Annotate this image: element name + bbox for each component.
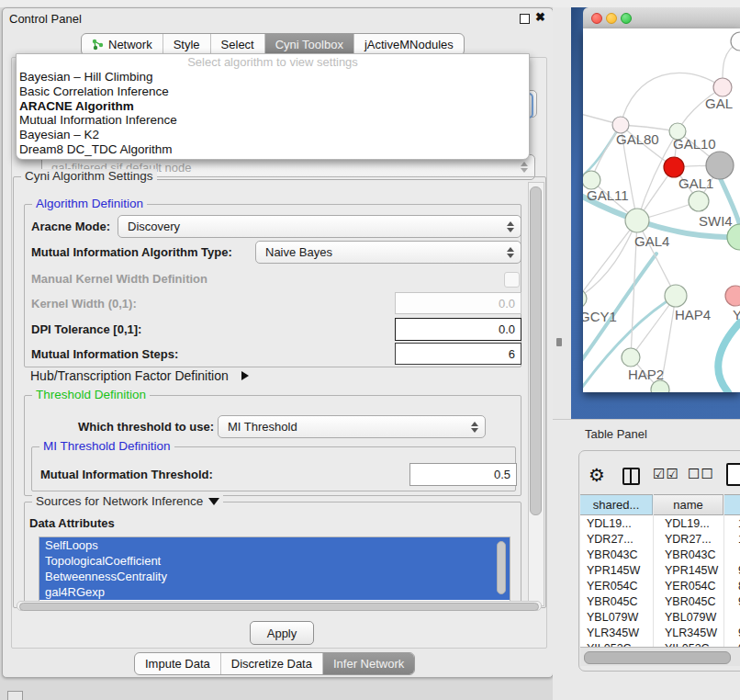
- sources-group-title: Sources for Network Inference: [32, 494, 223, 508]
- node-hap4[interactable]: [665, 285, 687, 307]
- settings-horizontal-scrollbar-thumb[interactable]: [19, 603, 539, 611]
- table-body[interactable]: YDL19...YDL19...13 YDR27...YDR27...12 YB…: [580, 515, 740, 647]
- node-y-clipped[interactable]: [725, 286, 740, 306]
- node-label: HAP2: [628, 367, 664, 382]
- table-row[interactable]: YBR043CYBR043C: [580, 548, 740, 563]
- tab-jactivemnodules[interactable]: jActiveMNodules: [353, 34, 464, 55]
- tab-style-label: Style: [174, 38, 200, 51]
- cell-value: 9.: [735, 594, 740, 610]
- node-unlabeled[interactable]: [731, 32, 740, 51]
- column-header-clipped[interactable]: [724, 494, 740, 515]
- list-item[interactable]: gal4RGexp: [39, 584, 510, 600]
- tab-style[interactable]: Style: [163, 34, 210, 55]
- aracne-mode-combobox[interactable]: Discovery: [118, 215, 521, 238]
- menu-item[interactable]: Basic Correlation Inference: [17, 85, 529, 99]
- minimize-traffic-light-icon[interactable]: [606, 13, 617, 24]
- cell-name: YDL19...: [658, 516, 735, 532]
- tab-discretize-data[interactable]: Discretize Data: [220, 653, 322, 674]
- node-swi4[interactable]: [689, 191, 709, 211]
- menu-item[interactable]: Bayesian – K2: [17, 128, 529, 142]
- table-row[interactable]: YBR045CYBR045C9.: [580, 594, 740, 610]
- checked-columns-icon[interactable]: ☑☑: [653, 466, 679, 482]
- mi-threshold-definition-title: MI Threshold Definition: [39, 439, 174, 453]
- tab-impute-data[interactable]: Impute Data: [135, 653, 220, 674]
- cell-shared-name: YBL079W: [580, 610, 658, 626]
- cell-value: [735, 610, 740, 626]
- settings-horizontal-scrollbar[interactable]: [17, 601, 542, 611]
- list-scrollbar-thumb[interactable]: [497, 541, 506, 594]
- list-item[interactable]: TopologicalCoefficient: [39, 553, 510, 569]
- node-hap2[interactable]: [622, 348, 640, 367]
- cell-name: YDR27...: [658, 532, 735, 548]
- network-canvas[interactable]: GAL GAL80 GAL10 GAL11 GAL1 SWI4 GAL4 GCY…: [583, 28, 740, 392]
- cell-shared-name: YER054C: [580, 579, 658, 594]
- node-gal1-red[interactable]: [664, 157, 684, 177]
- node-gal-clipped[interactable]: [713, 78, 732, 96]
- minimized-panel-icon[interactable]: [7, 691, 23, 700]
- cell-value: 8.: [735, 579, 740, 594]
- table-row[interactable]: YLR345WYLR345W9.: [580, 626, 740, 641]
- application-root: Control Panel ✖ Network Style Select Cyn…: [0, 0, 740, 700]
- gear-icon[interactable]: ⚙: [589, 464, 605, 486]
- close-traffic-light-icon[interactable]: [591, 13, 602, 24]
- node-gal11[interactable]: [583, 171, 600, 189]
- tab-impute-data-label: Impute Data: [145, 657, 210, 671]
- list-item[interactable]: SelfLoops: [39, 537, 510, 553]
- popup-placeholder: Select algorithm to view settings: [17, 54, 529, 70]
- unchecked-columns-icon[interactable]: ☐☐: [688, 466, 714, 482]
- which-threshold-combobox[interactable]: MI Threshold: [218, 415, 486, 438]
- tab-network[interactable]: Network: [82, 34, 163, 55]
- float-window-icon[interactable]: [520, 14, 530, 24]
- cell-value: 9.: [735, 626, 740, 641]
- cell-shared-name: YBR043C: [580, 548, 658, 563]
- node-label: SWI4: [699, 213, 733, 229]
- settings-vertical-scrollbar-thumb[interactable]: [530, 186, 542, 515]
- algorithm-popup-list: Select algorithm to view settings Bayesi…: [16, 53, 530, 160]
- menu-item[interactable]: Dream8 DC_TDC Algorithm: [17, 142, 529, 157]
- network-icon: [92, 39, 104, 51]
- collapsed-arrow-icon[interactable]: [241, 371, 249, 380]
- mi-steps-value: 6: [509, 347, 515, 361]
- table-row[interactable]: YER054CYER054C8.: [580, 579, 740, 594]
- manual-kernel-checkbox[interactable]: [504, 272, 520, 288]
- dpi-tolerance-value: 0.0: [499, 322, 515, 336]
- table-row[interactable]: YDL19...YDL19...13: [580, 516, 740, 532]
- maximize-traffic-light-icon[interactable]: [621, 13, 632, 24]
- tab-select[interactable]: Select: [210, 34, 264, 55]
- dpi-tolerance-field[interactable]: 0.0: [395, 318, 521, 341]
- column-header-name[interactable]: name: [654, 494, 723, 515]
- list-item[interactable]: BetweennessCentrality: [39, 569, 510, 584]
- table-row[interactable]: YDR27...YDR27...12: [580, 532, 740, 548]
- network-graph: GAL GAL80 GAL10 GAL11 GAL1 SWI4 GAL4 GCY…: [583, 28, 740, 392]
- columns-icon-divider: [630, 469, 632, 483]
- table-row[interactable]: YBL079WYBL079W: [580, 610, 740, 626]
- menu-item[interactable]: Mutual Information Inference: [17, 113, 529, 128]
- algorithm-definition-title: Algorithm Definition: [32, 197, 147, 210]
- node-gal4[interactable]: [625, 209, 649, 232]
- close-icon[interactable]: ✖: [535, 10, 545, 24]
- combobox-arrows-icon: [503, 247, 521, 258]
- mi-threshold-field[interactable]: 0.5: [409, 463, 517, 486]
- hub-tf-definition-toggle[interactable]: Hub/Transcription Factor Definition: [30, 368, 249, 383]
- columns-icon[interactable]: [622, 468, 640, 485]
- menu-item[interactable]: Bayesian – Hill Climbing: [17, 70, 529, 85]
- split-pane-divider[interactable]: [553, 7, 571, 419]
- apply-button[interactable]: Apply: [250, 621, 314, 645]
- divider-handle-icon[interactable]: [556, 338, 562, 346]
- settings-vertical-scrollbar[interactable]: [528, 182, 544, 606]
- table-row[interactable]: YPR145WYPR145W9.: [580, 563, 740, 579]
- menu-item-selected[interactable]: ARACNE Algorithm: [17, 99, 529, 114]
- tab-infer-network[interactable]: Infer Network: [322, 653, 414, 674]
- data-attributes-list[interactable]: SelfLoops TopologicalCoefficient Between…: [39, 536, 510, 603]
- table-horizontal-scrollbar-thumb[interactable]: [584, 651, 731, 664]
- expanded-arrow-icon[interactable]: [208, 498, 219, 505]
- column-header-shared-name[interactable]: shared...: [580, 494, 653, 515]
- mi-threshold-value: 0.5: [494, 468, 510, 481]
- kernel-width-field[interactable]: 0.0: [395, 292, 521, 314]
- mi-algorithm-type-combobox[interactable]: Naive Bayes: [255, 241, 521, 264]
- mi-steps-field[interactable]: 6: [395, 343, 521, 365]
- combobox-arrows-icon: [503, 221, 521, 232]
- tab-cyni-toolbox[interactable]: Cyni Toolbox: [264, 34, 353, 55]
- table-horizontal-scrollbar[interactable]: [580, 647, 740, 666]
- document-icon[interactable]: [726, 463, 740, 486]
